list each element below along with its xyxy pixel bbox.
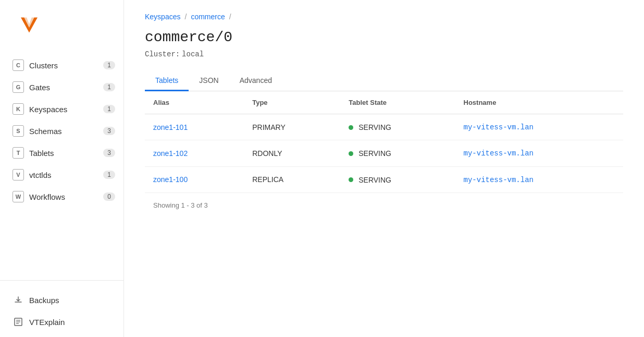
gates-icon: G <box>13 81 24 93</box>
alias-link-3[interactable]: zone1-100 <box>153 175 188 184</box>
cluster-value: local <box>182 50 204 58</box>
sidebar-item-workflows[interactable]: W Workflows 0 <box>0 186 123 208</box>
alias-cell-2: zone1-102 <box>145 140 244 166</box>
col-hostname: Hostname <box>455 91 623 114</box>
keyspaces-label: Keyspaces <box>29 105 103 114</box>
backups-icon <box>13 294 24 306</box>
sidebar-item-schemas[interactable]: S Schemas 3 <box>0 120 123 142</box>
hostname-link-3[interactable]: my-vitess-vm.lan <box>464 176 534 184</box>
type-cell-3: REPLICA <box>244 166 340 192</box>
status-text-2: SERVING <box>358 150 391 158</box>
tab-json[interactable]: JSON <box>189 71 229 91</box>
sidebar: C Clusters 1 G Gates 1 K Keyspaces 1 S S… <box>0 0 124 337</box>
schemas-icon: S <box>13 125 24 137</box>
col-type: Type <box>244 91 340 114</box>
type-cell-2: RDONLY <box>244 140 340 166</box>
tablets-badge: 3 <box>103 149 115 157</box>
showing-count: Showing 1 - 3 of 3 <box>145 193 623 218</box>
status-text-1: SERVING <box>358 123 391 131</box>
tablets-table: Alias Type Tablet State Hostname zone1-1… <box>145 91 623 193</box>
vtctlds-label: vtctlds <box>29 171 103 179</box>
tab-tablets[interactable]: Tablets <box>145 71 189 91</box>
sidebar-item-tablets[interactable]: T Tablets 3 <box>0 142 123 164</box>
keyspaces-badge: 1 <box>103 105 115 113</box>
schemas-badge: 3 <box>103 127 115 135</box>
state-cell-1: SERVING <box>340 114 455 140</box>
sidebar-item-keyspaces[interactable]: K Keyspaces 1 <box>0 98 123 120</box>
breadcrumb-commerce[interactable]: commerce <box>191 13 225 21</box>
table-row: zone1-101 PRIMARY SERVING my-vitess-vm.l… <box>145 114 623 140</box>
sidebar-item-vtexplain[interactable]: VTExplain <box>0 311 123 333</box>
page-title: commerce/0 <box>145 29 623 45</box>
vitess-logo <box>17 13 42 38</box>
hostname-link-1[interactable]: my-vitess-vm.lan <box>464 123 534 131</box>
clusters-icon: C <box>13 59 24 71</box>
sidebar-item-vtctlds[interactable]: V vtctlds 1 <box>0 164 123 186</box>
status-dot-1 <box>349 125 353 130</box>
status-text-3: SERVING <box>358 176 391 184</box>
hostname-cell-1: my-vitess-vm.lan <box>455 114 623 140</box>
schemas-label: Schemas <box>29 127 103 136</box>
table-header-row: Alias Type Tablet State Hostname <box>145 91 623 114</box>
status-dot-3 <box>349 177 353 182</box>
vtctlds-badge: 1 <box>103 171 115 179</box>
alias-link-2[interactable]: zone1-102 <box>153 149 188 158</box>
sidebar-item-clusters[interactable]: C Clusters 1 <box>0 54 123 76</box>
state-cell-3: SERVING <box>340 166 455 192</box>
alias-link-1[interactable]: zone1-101 <box>153 123 188 131</box>
logo-area <box>0 0 123 50</box>
gates-badge: 1 <box>103 83 115 91</box>
nav-items: C Clusters 1 G Gates 1 K Keyspaces 1 S S… <box>0 50 123 280</box>
col-alias: Alias <box>145 91 244 114</box>
gates-label: Gates <box>29 83 103 92</box>
table-row: zone1-100 REPLICA SERVING my-vitess-vm.l… <box>145 166 623 192</box>
breadcrumb: Keyspaces / commerce / <box>145 13 623 21</box>
sidebar-bottom: Backups VTExplain <box>0 280 123 337</box>
tablets-icon: T <box>13 147 24 159</box>
state-cell-2: SERVING <box>340 140 455 166</box>
hostname-cell-2: my-vitess-vm.lan <box>455 140 623 166</box>
workflows-label: Workflows <box>29 192 103 201</box>
main-content: Keyspaces / commerce / commerce/0 Cluste… <box>124 0 644 337</box>
cluster-label: Cluster: <box>145 50 180 58</box>
cluster-info: Cluster: local <box>145 50 623 58</box>
vtexplain-icon <box>13 316 24 328</box>
breadcrumb-keyspaces[interactable]: Keyspaces <box>145 13 180 21</box>
breadcrumb-sep-2: / <box>229 13 231 21</box>
content-area: Keyspaces / commerce / commerce/0 Cluste… <box>124 0 644 230</box>
hostname-link-2[interactable]: my-vitess-vm.lan <box>464 149 534 158</box>
backups-label: Backups <box>29 296 59 305</box>
workflows-badge: 0 <box>103 192 115 201</box>
sidebar-item-backups[interactable]: Backups <box>0 289 123 311</box>
hostname-cell-3: my-vitess-vm.lan <box>455 166 623 192</box>
tab-advanced[interactable]: Advanced <box>229 71 282 91</box>
vtctlds-icon: V <box>13 169 24 180</box>
table-row: zone1-102 RDONLY SERVING my-vitess-vm.la… <box>145 140 623 166</box>
tabs: Tablets JSON Advanced <box>145 71 623 91</box>
clusters-badge: 1 <box>103 61 115 69</box>
tablets-label: Tablets <box>29 149 103 158</box>
alias-cell-1: zone1-101 <box>145 114 244 140</box>
clusters-label: Clusters <box>29 61 103 70</box>
status-dot-2 <box>349 151 353 156</box>
breadcrumb-sep-1: / <box>184 13 187 21</box>
keyspaces-icon: K <box>13 103 24 115</box>
sidebar-item-gates[interactable]: G Gates 1 <box>0 76 123 98</box>
alias-cell-3: zone1-100 <box>145 166 244 192</box>
workflows-icon: W <box>13 191 24 202</box>
type-cell-1: PRIMARY <box>244 114 340 140</box>
col-tablet-state: Tablet State <box>340 91 455 114</box>
vtexplain-label: VTExplain <box>29 318 65 327</box>
